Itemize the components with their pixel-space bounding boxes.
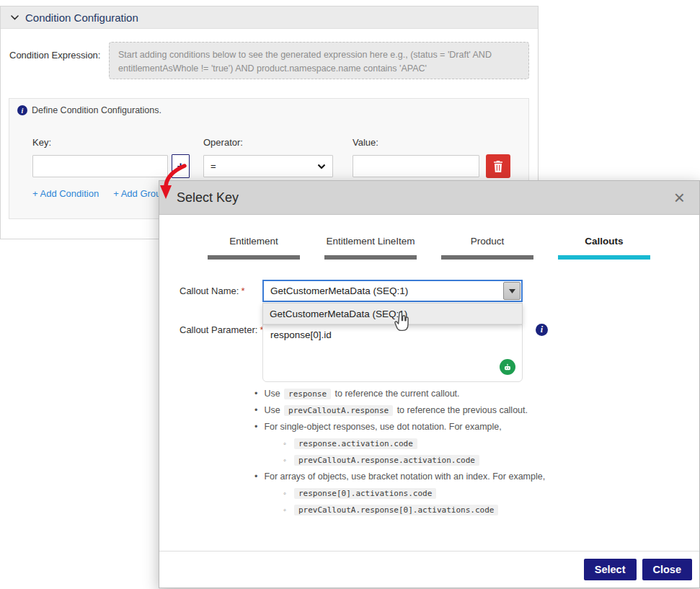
operator-value: = xyxy=(211,161,216,172)
modal-header: Select Key × xyxy=(159,181,699,215)
config-info-text: Define Condition Configurations. xyxy=(32,105,161,115)
panel-title: Condition Configuration xyxy=(25,12,138,24)
help-item: •For arrays of objects, use bracket nota… xyxy=(254,471,673,482)
tab-underline xyxy=(441,255,533,260)
select-key-modal: Select Key × EntitlementEntitlement Line… xyxy=(159,180,700,588)
help-item-text: response.activation.code xyxy=(293,438,419,449)
tab-label: Entitlement LineItem xyxy=(312,236,429,255)
bullet-icon: ◦ xyxy=(283,438,286,449)
callout-name-label: Callout Name:* xyxy=(180,285,244,296)
required-mark: * xyxy=(241,285,244,296)
close-button[interactable]: Close xyxy=(642,559,693,580)
bullet-icon: ◦ xyxy=(283,455,286,466)
select-button[interactable]: Select xyxy=(584,559,637,580)
bullet-icon: • xyxy=(254,389,257,399)
trash-icon xyxy=(493,161,503,172)
chevron-down-icon xyxy=(11,15,19,20)
bullet-icon: • xyxy=(254,405,257,416)
tab-product[interactable]: Product xyxy=(429,236,546,260)
add-condition-link[interactable]: + Add Condition xyxy=(32,188,99,199)
code-chip: response.activation.code xyxy=(294,438,417,449)
tab-label: Product xyxy=(429,236,546,255)
tab-underline xyxy=(324,255,417,260)
key-input[interactable] xyxy=(32,155,168,177)
help-item: ◦prevCalloutA.response.activation.code xyxy=(283,455,673,466)
code-chip: prevCalloutA.response[0].activations.cod… xyxy=(294,505,499,515)
info-icon: i xyxy=(17,105,27,115)
chevron-down-icon xyxy=(317,164,326,169)
delete-condition-button[interactable] xyxy=(486,154,510,178)
help-item-text: For single-object responses, use dot not… xyxy=(264,422,501,433)
modal-footer: Select Close xyxy=(159,551,699,588)
tab-label: Entitlement xyxy=(195,236,312,255)
callout-parameter-value: response[0].id xyxy=(270,329,332,340)
code-chip: prevCalloutA.response.activation.code xyxy=(294,455,479,466)
help-item-text: prevCalloutA.response[0].activations.cod… xyxy=(293,505,500,515)
tab-label: Callouts xyxy=(546,236,663,255)
help-item: •Use prevCalloutA.response to reference … xyxy=(254,405,673,416)
ai-assist-robot-icon[interactable] xyxy=(500,359,515,375)
tab-bar: EntitlementEntitlement LineItemProductCa… xyxy=(195,236,663,260)
value-input[interactable] xyxy=(353,155,479,177)
panel-header[interactable]: Condition Configuration xyxy=(1,6,538,29)
code-chip: response xyxy=(284,389,331,399)
code-chip: response[0].activations.code xyxy=(294,488,436,499)
operator-select[interactable]: = xyxy=(203,155,333,177)
help-item-text: response[0].activations.code xyxy=(293,488,438,499)
bullet-icon: • xyxy=(254,422,257,433)
help-item-text: prevCalloutA.response.activation.code xyxy=(293,455,481,466)
help-list: •Use response to reference the current c… xyxy=(254,389,673,521)
tab-callouts[interactable]: Callouts xyxy=(546,236,663,260)
condition-expression-label: Condition Expression: xyxy=(9,50,100,61)
bullet-icon: ◦ xyxy=(283,505,286,515)
dropdown-caret-icon[interactable] xyxy=(503,282,520,300)
value-label: Value: xyxy=(353,137,378,148)
callout-name-select[interactable]: GetCustomerMetaData (SEQ:1) xyxy=(262,280,523,302)
help-item: •For single-object responses, use dot no… xyxy=(254,422,673,433)
tab-entitlement[interactable]: Entitlement xyxy=(195,236,312,260)
callout-name-value: GetCustomerMetaData (SEQ:1) xyxy=(264,281,502,301)
condition-expression-box: Start adding conditions below to see the… xyxy=(109,42,529,79)
help-item: ◦response[0].activations.code xyxy=(283,488,673,499)
cursor-pointer-icon xyxy=(393,310,410,336)
bullet-icon: ◦ xyxy=(283,488,286,499)
help-item-text: Use prevCalloutA.response to reference t… xyxy=(264,405,528,416)
help-item: ◦prevCalloutA.response[0].activations.co… xyxy=(283,505,673,515)
info-icon[interactable]: i xyxy=(536,324,548,336)
operator-label: Operator: xyxy=(203,137,243,148)
tab-entitlement-lineitem[interactable]: Entitlement LineItem xyxy=(312,236,429,260)
tab-underline xyxy=(558,255,650,260)
code-chip: prevCalloutA.response xyxy=(284,405,393,416)
close-icon[interactable]: × xyxy=(674,188,685,207)
help-item: ◦response.activation.code xyxy=(283,438,673,449)
help-item: •Use response to reference the current c… xyxy=(254,389,673,399)
key-label: Key: xyxy=(32,137,51,148)
bullet-icon: • xyxy=(254,471,257,482)
help-item-text: For arrays of objects, use bracket notat… xyxy=(264,471,545,482)
callout-parameter-label: Callout Parameter:* xyxy=(180,324,263,335)
annotation-arrow-icon xyxy=(156,161,190,206)
help-item-text: Use response to reference the current ca… xyxy=(264,389,459,399)
tab-underline xyxy=(208,255,300,260)
